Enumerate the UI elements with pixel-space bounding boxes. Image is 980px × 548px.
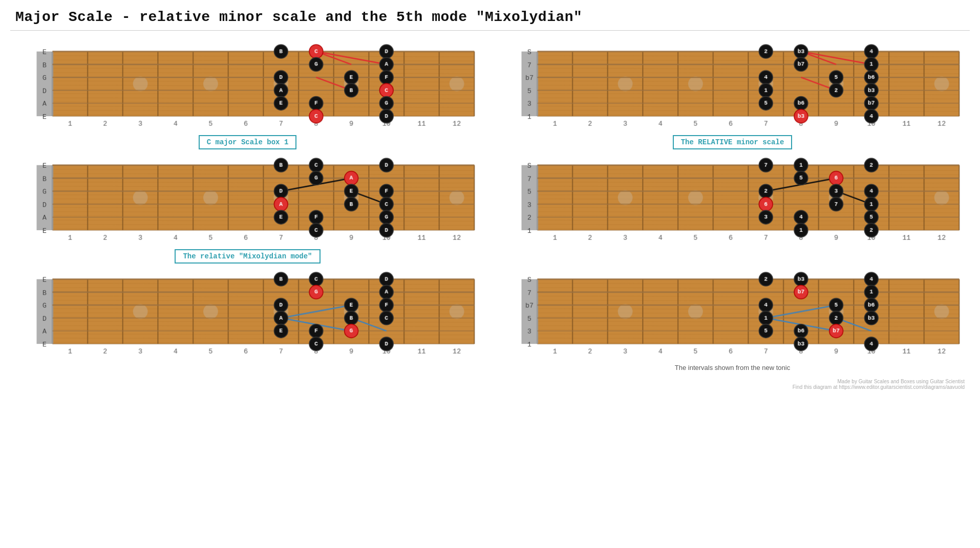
title-divider	[10, 30, 970, 31]
label-mid-left: The relative "Mixolydian mode"	[175, 249, 320, 264]
watermark: Made by Guitar Scales and Boxes using Gu…	[0, 377, 980, 394]
page-title: Major Scale - relative minor scale and t…	[0, 0, 980, 30]
fretboard-mid-right	[495, 155, 970, 247]
diagram-bot-left	[10, 269, 485, 371]
label-top-left: C major Scale box 1	[199, 135, 297, 149]
fretboard-bot-right	[495, 269, 970, 361]
fretboard-mid-left	[10, 155, 485, 247]
diagram-mid-right	[495, 155, 970, 263]
diagram-mid-left: The relative "Mixolydian mode"	[10, 155, 485, 263]
fretboard-bot-left	[10, 269, 485, 361]
label-top-right: The RELATIVE minor scale	[673, 135, 793, 149]
diagrams-grid: C major Scale box 1 The RELATIVE minor s…	[0, 36, 980, 377]
intervals-note: The intervals shown from the new tonic	[675, 364, 790, 371]
fretboard-top-right	[495, 41, 970, 133]
diagram-bot-right: The intervals shown from the new tonic	[495, 269, 970, 371]
diagram-top-right: The RELATIVE minor scale	[495, 41, 970, 149]
fretboard-top-left	[10, 41, 485, 133]
diagram-top-left: C major Scale box 1	[10, 41, 485, 149]
